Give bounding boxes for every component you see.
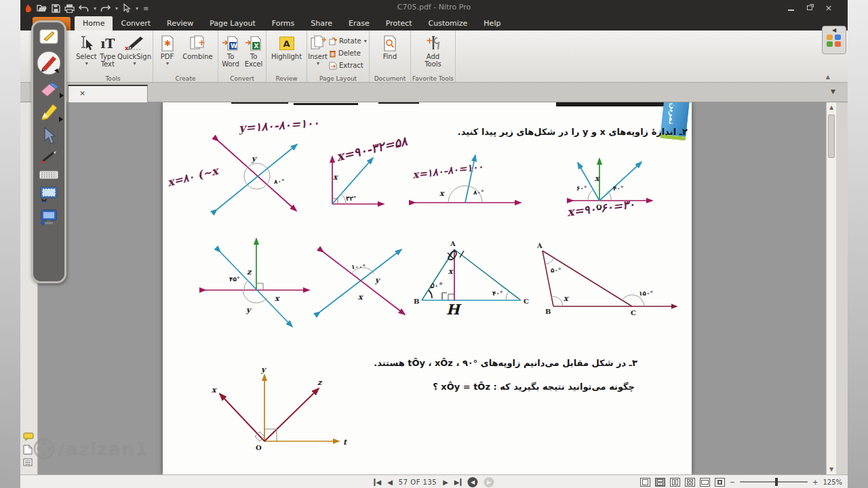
title-bar: ▾ ▾ ▾ ≡ C705.pdf - Nitro Pro × [20, 0, 848, 16]
first-page-button[interactable]: ◀ [374, 479, 381, 486]
eraser-tool-button[interactable] [39, 82, 59, 97]
svg-text:z: z [317, 378, 323, 387]
facing-pages-view-button[interactable] [670, 478, 680, 487]
tab-customize[interactable]: Customize [420, 16, 476, 30]
find-button[interactable]: Find [376, 33, 403, 74]
pdf-button[interactable]: ✱ PDF ▾ [156, 33, 179, 74]
svg-text:✱: ✱ [164, 39, 171, 48]
zoom-out-button[interactable]: − [730, 479, 735, 486]
extract-button[interactable]: Extract [329, 60, 367, 71]
facing-continuous-view-button[interactable] [685, 478, 695, 487]
svg-text:x: x [448, 267, 454, 276]
group-label-favorite-tools: Favorite Tools [411, 75, 455, 82]
add-tools-button[interactable]: + Add Tools [418, 33, 449, 74]
collapse-ribbon-icon[interactable]: ▲ [826, 74, 830, 80]
cursor-tool-button[interactable] [42, 127, 56, 144]
previous-page-button[interactable]: ◀ [387, 479, 393, 486]
svg-text:۴۰°: ۴۰° [613, 185, 624, 192]
previous-view-button[interactable]: ◀ [468, 477, 478, 487]
window-controls: × [781, 0, 838, 15]
svg-text:x: x [439, 189, 445, 198]
highlight-label: Highlight [271, 53, 302, 60]
pages-panel-icon[interactable] [23, 445, 33, 455]
expand-panel-icon[interactable]: ◀ [823, 26, 846, 35]
svg-text:x: x [358, 293, 363, 302]
minimize-icon [788, 9, 794, 11]
zoom-level[interactable]: 125% [823, 479, 842, 486]
ribbon-group-convert: W To Word X To Excel Convert [218, 30, 267, 82]
next-view-button[interactable]: ▶ [484, 477, 494, 487]
combine-button[interactable]: + Combine [180, 33, 216, 74]
pointer-pen-tool-button[interactable] [40, 150, 58, 164]
svg-text:t: t [343, 438, 348, 447]
type-text-button[interactable]: ıT Type Text [100, 33, 116, 74]
document-tab-strip: × ▼ [20, 83, 848, 102]
to-word-button[interactable]: W To Word [220, 33, 241, 74]
delete-button[interactable]: Delete [329, 48, 367, 59]
panel-star-icon [835, 41, 841, 47]
insert-icon: + [310, 34, 326, 53]
rotate-button[interactable]: Rotate ▾ [329, 36, 367, 47]
bookmarks-panel-icon[interactable] [23, 458, 33, 466]
document-tab[interactable]: × [68, 85, 148, 102]
whiteboard-tool-button[interactable] [39, 29, 58, 44]
select-button[interactable]: Select ▾ [75, 33, 98, 74]
tab-forms[interactable]: Forms [264, 16, 302, 30]
pdf-page[interactable]: تمرین ۲ـ اندازهٔ زاویه‌های x و y را در ش… [163, 102, 692, 474]
fit-width-view-button[interactable] [700, 478, 710, 487]
quicksign-button[interactable]: x QuickSign ▾ [117, 33, 151, 74]
panel-arrow-icon [835, 35, 841, 40]
scrollbar-thumb[interactable] [828, 115, 835, 158]
minimize-button[interactable] [781, 0, 800, 15]
svg-text:۳۲°: ۳۲° [346, 195, 357, 202]
svg-text:x: x [125, 45, 129, 52]
rotate-caret-icon: ▾ [364, 38, 367, 44]
figure-i: y z x t O [212, 365, 348, 451]
pdf-label: PDF [161, 53, 174, 60]
restore-button[interactable] [800, 0, 819, 15]
tab-page-layout[interactable]: Page Layout [201, 16, 264, 30]
continuous-view-button[interactable] [655, 478, 665, 487]
pen-tool-button[interactable] [36, 50, 62, 76]
status-bar: ◀ ◀ 57 OF 135 ▶ ▶ ◀ ▶ − + 125% [20, 474, 848, 488]
tab-share[interactable]: Share [302, 16, 340, 30]
right-margin [836, 102, 848, 474]
pdf-caret-icon: ▾ [166, 60, 169, 66]
to-excel-button[interactable]: X To Excel [243, 33, 264, 74]
fit-page-view-button[interactable] [715, 478, 725, 487]
tab-erase[interactable]: Erase [340, 16, 378, 30]
zoom-in-button[interactable]: + [812, 479, 818, 486]
film-reel-icon [33, 437, 56, 460]
collapsed-panel[interactable]: ◀ [822, 26, 846, 54]
window-title: C705.pdf - Nitro Pro [20, 3, 848, 12]
tab-protect[interactable]: Protect [378, 16, 420, 30]
keyboard-tool-button[interactable] [39, 170, 59, 180]
zoom-slider[interactable] [740, 481, 808, 483]
to-word-icon: W [222, 34, 239, 53]
single-page-view-button[interactable] [640, 478, 650, 487]
tab-help[interactable]: Help [475, 16, 509, 30]
zoom-slider-thumb[interactable] [775, 478, 778, 486]
svg-text:A: A [450, 240, 456, 247]
rotate-label: Rotate [339, 37, 361, 45]
screen-capture-tool-button[interactable] [39, 186, 59, 203]
last-page-button[interactable]: ▶ [454, 479, 462, 486]
tab-convert[interactable]: Convert [113, 16, 159, 30]
tab-list-dropdown-icon[interactable]: ▼ [831, 88, 835, 95]
tab-review[interactable]: Review [159, 16, 201, 30]
close-tab-icon[interactable]: × [79, 89, 85, 98]
next-page-button[interactable]: ▶ [443, 479, 448, 486]
highlighter-tool-button[interactable] [39, 103, 58, 121]
highlight-button[interactable]: A Highlight [269, 33, 304, 74]
page-indicator[interactable]: 57 OF 135 [399, 479, 437, 486]
cursor-icon [42, 127, 56, 144]
monitor-tool-button[interactable] [39, 209, 58, 226]
scroll-down-icon[interactable]: ▼ [827, 466, 836, 472]
svg-text:+: + [198, 37, 205, 47]
close-icon: × [825, 3, 833, 13]
scroll-up-icon[interactable]: ▲ [827, 104, 836, 110]
close-button[interactable]: × [819, 0, 838, 15]
insert-button[interactable]: + Insert ▾ [308, 33, 328, 74]
vertical-scrollbar[interactable]: ▲ ▼ [826, 102, 836, 474]
tab-home[interactable]: Home [75, 16, 113, 30]
